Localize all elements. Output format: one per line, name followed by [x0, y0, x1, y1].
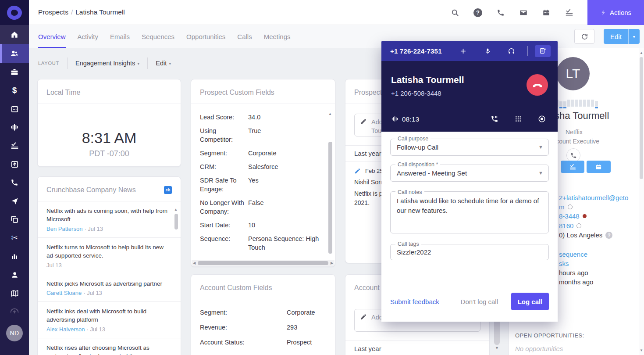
scrollbar-thumb[interactable] — [328, 142, 332, 254]
sidebar-item-meetings[interactable] — [0, 100, 29, 118]
search-icon[interactable] — [450, 8, 460, 18]
sidebar-item-reports[interactable] — [0, 247, 29, 265]
chevron-down-icon: ▾ — [137, 61, 139, 66]
help-icon[interactable]: ? — [473, 8, 483, 18]
news-item[interactable]: Netflix with ads is coming soon, with he… — [38, 201, 181, 238]
layout-select-dropdown[interactable]: Engagement Insights▾ — [75, 60, 139, 67]
record-icon[interactable] — [536, 114, 548, 124]
send-icon — [11, 197, 19, 205]
submit-feedback-link[interactable]: Submit feedback — [390, 298, 439, 305]
tab-opportunities[interactable]: Opportunities — [186, 25, 225, 48]
sidebar-item-voice[interactable] — [0, 118, 29, 136]
sidebar-item-territories[interactable] — [0, 284, 29, 302]
tab-calls[interactable]: Calls — [237, 25, 252, 48]
edit-button[interactable]: Edit — [604, 29, 628, 44]
tab-activity[interactable]: Activity — [78, 25, 99, 48]
news-author-link[interactable]: Garett Sloane — [46, 290, 82, 296]
copy-icon[interactable] — [568, 204, 573, 209]
add-to-tasks-button[interactable] — [561, 161, 584, 173]
mail-icon[interactable] — [519, 8, 528, 18]
call-notes-value: Latisha would like to schedule time for … — [397, 197, 539, 214]
scroll-right-arrow[interactable]: ▶ — [329, 261, 334, 265]
sidebar-item-sequences[interactable] — [0, 192, 29, 210]
prospect-email[interactable]: 2+latishatourmell@geto — [559, 194, 628, 201]
news-author-link[interactable]: Ben Patterson — [46, 226, 82, 232]
call-tags-input[interactable]: Call tags Sizzler2022 — [390, 244, 549, 260]
sidebar-item-calls[interactable] — [0, 173, 29, 192]
sidebar-item-people[interactable] — [0, 265, 29, 284]
tasks-check-icon — [10, 141, 19, 151]
calendar-icon[interactable] — [541, 8, 551, 18]
dont-log-call-button[interactable]: Don't log call — [461, 298, 498, 305]
phone-icon[interactable] — [496, 8, 505, 18]
refresh-button[interactable] — [574, 29, 594, 44]
field-row: Lead Score:34.0 — [191, 113, 335, 122]
add-note-button[interactable] — [535, 45, 551, 57]
copy-icon[interactable] — [576, 223, 581, 228]
horizontal-scrollbar[interactable]: ◀ ▶ — [192, 260, 334, 266]
news-item[interactable]: Netflix rises after choosing Microsoft a… — [38, 338, 181, 355]
scroll-up-arrow[interactable]: ▲ — [640, 51, 643, 55]
breadcrumb-section[interactable]: Prospects — [38, 8, 68, 16]
news-item[interactable]: Netflix inks deal with Microsoft to buil… — [38, 302, 181, 338]
tab-emails[interactable]: Emails — [110, 25, 130, 48]
tasks-icon[interactable] — [564, 8, 574, 18]
sidebar-user-avatar[interactable]: ND — [0, 321, 29, 345]
news-item[interactable]: Netflix picks Microsoft as advertising p… — [38, 274, 181, 302]
headphones-icon[interactable] — [505, 45, 518, 57]
hold-call-icon[interactable] — [488, 114, 501, 124]
scroll-down-arrow[interactable]: ▼ — [640, 348, 643, 352]
call-contact-number: +1 206-508-3448 — [391, 90, 441, 97]
help-icon[interactable]: ? — [605, 232, 612, 239]
microphone-icon[interactable] — [481, 45, 494, 57]
sidebar-item-templates[interactable] — [0, 210, 29, 229]
prospect-phone-alt[interactable]: 8160 — [559, 222, 581, 229]
news-item[interactable]: Netflix turns to Microsoft to help build… — [38, 238, 181, 274]
scrollbar-thumb[interactable] — [640, 57, 643, 179]
sidebar-item-snippets[interactable]: ✂ — [0, 229, 29, 247]
sidebar-item-outbox[interactable] — [0, 155, 29, 173]
avatar: ND — [6, 325, 23, 341]
log-call-button[interactable]: Log call — [511, 293, 549, 310]
phone-down-icon — [532, 80, 543, 90]
scrollbar-thumb[interactable] — [174, 214, 178, 229]
last-touched-value: hours ago — [559, 269, 588, 276]
scroll-up-arrow[interactable]: ▲ — [328, 112, 332, 116]
call-purpose-select[interactable]: Call purpose Follow-up Call ▼ — [390, 139, 549, 156]
sidebar-item-tasks[interactable] — [0, 136, 29, 155]
tab-overview[interactable]: Overview — [38, 25, 66, 48]
prospect-phone[interactable]: 8-3448 — [559, 212, 587, 220]
actions-button[interactable]: Actions — [587, 0, 644, 25]
sidebar-item-prospects[interactable] — [0, 44, 29, 63]
call-disposition-value: Answered - Meeting Set — [397, 169, 467, 177]
sequence-link[interactable]: sequence — [559, 251, 587, 258]
sidebar: $ ✂ — [0, 0, 29, 355]
scroll-left-arrow[interactable]: ◀ — [192, 261, 197, 265]
add-icon[interactable] — [457, 45, 470, 57]
hang-up-button[interactable] — [527, 74, 548, 96]
tab-meetings[interactable]: Meetings — [264, 25, 291, 48]
edit-dropdown-caret[interactable]: ▾ — [628, 29, 640, 44]
call-disposition-select[interactable]: Call disposition * Answered - Meeting Se… — [390, 165, 549, 182]
sidebar-item-upgrade[interactable] — [0, 302, 29, 321]
news-author-link[interactable]: Alex Halverson — [46, 326, 85, 333]
prospect-email-wrap[interactable]: m — [559, 203, 573, 211]
scroll-up-arrow[interactable]: ▲ — [174, 208, 178, 212]
scrollbar-thumb[interactable] — [198, 261, 328, 265]
app-logo[interactable] — [0, 0, 29, 25]
tab-sequences[interactable]: Sequences — [142, 25, 174, 48]
scroll-down-arrow[interactable]: ▼ — [495, 346, 499, 350]
layout-edit-dropdown[interactable]: Edit▾ — [156, 60, 171, 67]
sidebar-item-home[interactable] — [0, 25, 29, 44]
dialpad-icon[interactable] — [512, 114, 524, 124]
call-log-form: Call purpose Follow-up Call ▼ Call dispo… — [381, 132, 558, 322]
schedule-meeting-button[interactable] — [587, 161, 611, 173]
active-call-panel: Latisha Tourmell +1 206-508-3448 08:13 — [381, 61, 558, 132]
profile-scrollbar[interactable]: ▲ ▼ — [639, 48, 644, 355]
sidebar-item-accounts[interactable] — [0, 63, 29, 81]
sidebar-item-opportunities[interactable]: $ — [0, 81, 29, 100]
call-notes-input[interactable]: Call notes Latisha would like to schedul… — [390, 191, 549, 233]
field-row: Segment:Corporate — [191, 308, 335, 317]
tasks-link[interactable]: sks — [559, 260, 569, 267]
field-row: SDR Safe To Engage:Yes — [191, 176, 335, 194]
